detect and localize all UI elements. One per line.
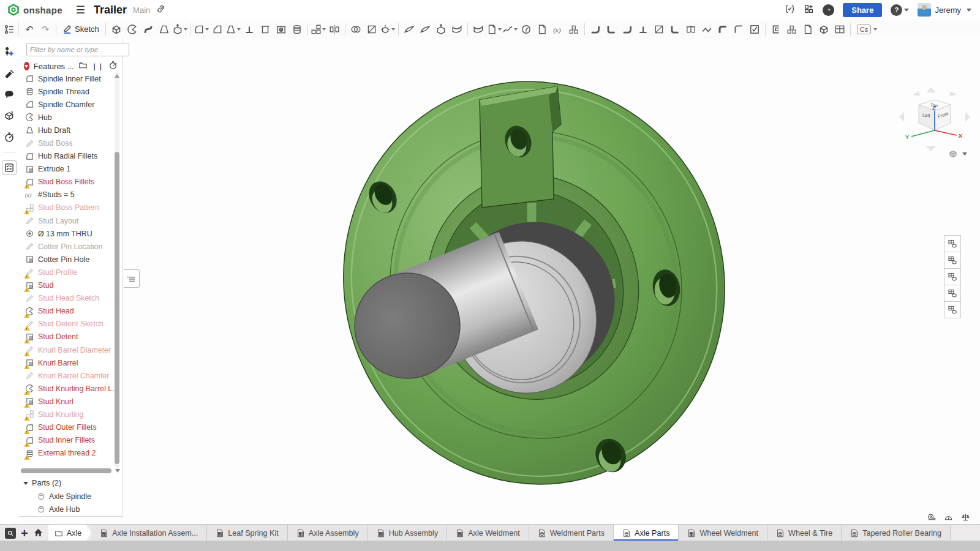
tool-chamfer[interactable]: [209, 22, 225, 37]
variables-panel[interactable]: [944, 301, 961, 318]
display-mode-button[interactable]: [948, 149, 967, 159]
caliper-tab[interactable]: [480, 86, 561, 208]
feature-item[interactable]: Hub: [18, 111, 114, 124]
tool-projected-curve[interactable]: [502, 22, 518, 37]
feature-item[interactable]: Stud Detent: [18, 331, 114, 343]
tool-bend-relief[interactable]: [699, 22, 715, 37]
tool-linear-pattern[interactable]: [311, 22, 326, 37]
feature-item[interactable]: Stud Detent Sketch: [18, 318, 114, 331]
custom-tables-panel[interactable]: [944, 285, 961, 302]
tool-variable[interactable]: [550, 22, 566, 37]
sketch-button[interactable]: Sketch: [62, 24, 99, 34]
feature-item[interactable]: Stud Boss Pattern: [18, 201, 114, 214]
feature-item[interactable]: Knurl Barrel: [18, 356, 114, 369]
document-tab[interactable]: Axle Assembly: [288, 525, 368, 541]
new-folder-icon[interactable]: [78, 61, 88, 72]
learning-center-icon[interactable]: ◔: [823, 4, 834, 16]
feature-item[interactable]: External thread 2: [18, 447, 114, 460]
tool-transform[interactable]: [380, 22, 396, 37]
scroll-down-icon[interactable]: [115, 469, 120, 473]
feature-list-toggle-button[interactable]: [1, 22, 17, 37]
tool-trim-frame[interactable]: [800, 22, 816, 37]
feature-item[interactable]: Stud Boss: [18, 137, 114, 149]
document-tab[interactable]: Hub Assembly: [368, 525, 448, 541]
tool-helix[interactable]: [518, 22, 534, 37]
view-cube[interactable]: Top Left Front Z X Y: [895, 86, 975, 155]
tool-rib[interactable]: [241, 22, 257, 37]
tool-mirror[interactable]: [326, 22, 342, 37]
tool-corner-break[interactable]: [731, 22, 747, 37]
user-menu[interactable]: Jeremy: [918, 3, 971, 17]
share-button[interactable]: Share: [843, 3, 882, 17]
feature-item[interactable]: Spindle Inner Fillet: [18, 72, 114, 85]
feature-item[interactable]: Stud Inner Fillets: [18, 434, 114, 447]
suppress-pause-icon[interactable]: ❘❘: [92, 62, 104, 70]
tool-modify-fillet[interactable]: [401, 22, 417, 37]
tool-tab[interactable]: [635, 22, 651, 37]
home-icon[interactable]: [33, 527, 43, 539]
tool-sweep[interactable]: [140, 22, 156, 37]
feature-item[interactable]: Stud Outer Fillets: [18, 421, 114, 434]
tool-extrude[interactable]: [108, 22, 124, 37]
featurescript-check-icon[interactable]: [785, 4, 795, 16]
vertical-scrollbar-thumb[interactable]: [115, 152, 119, 464]
tool-simplify[interactable]: [566, 22, 582, 37]
new-tab-button[interactable]: +: [21, 528, 28, 539]
custom-feature-button[interactable]: Cs: [857, 24, 871, 34]
tool-sheet-metal-model[interactable]: [587, 22, 603, 37]
folder-breadcrumb-tab[interactable]: Axle: [48, 525, 92, 541]
document-tab[interactable]: Tapered Roller Bearing: [842, 525, 951, 541]
feature-item[interactable]: Ø 13 mm THRU: [18, 227, 114, 240]
display-states-panel[interactable]: [944, 268, 961, 285]
feature-panel-collapse-tab[interactable]: [124, 269, 140, 288]
tool-delete-face[interactable]: [417, 22, 433, 37]
tool-split[interactable]: [364, 22, 380, 37]
configurations-panel[interactable]: [944, 252, 961, 269]
tool-make-bend[interactable]: [667, 22, 683, 37]
hub-3d-model[interactable]: [18, 39, 980, 524]
tape-measure[interactable]: [927, 512, 936, 523]
document-tab[interactable]: Leaf Spring Kit: [207, 525, 288, 541]
rail-versions-plus[interactable]: [2, 45, 16, 58]
tool-hem[interactable]: [619, 22, 635, 37]
document-tab[interactable]: Axle Installation Assem...: [91, 525, 207, 541]
tool-boundary-surface[interactable]: [486, 22, 502, 37]
feature-item[interactable]: Hub Radial Fillets: [18, 150, 114, 163]
document-tab[interactable]: Wheel & Tire: [767, 525, 842, 541]
feature-filter-input[interactable]: [26, 43, 129, 56]
feature-item[interactable]: Stud Head: [18, 305, 114, 318]
tool-boolean[interactable]: [348, 22, 364, 37]
app-store-icon[interactable]: [804, 4, 814, 16]
feature-item[interactable]: Cotter Pin Hole: [18, 253, 114, 266]
document-tab[interactable]: Weldment Parts: [529, 525, 614, 541]
feature-item[interactable]: Stud Head Sketch: [18, 292, 114, 305]
search-tabs-icon[interactable]: [5, 528, 16, 539]
tool-frame[interactable]: [768, 22, 784, 37]
rail-learn[interactable]: [2, 109, 16, 122]
feature-item[interactable]: Extrude 1: [18, 163, 114, 176]
parts-section-header[interactable]: Parts (2): [18, 477, 61, 489]
graphics-viewport[interactable]: Top Left Front Z X Y: [18, 39, 980, 524]
feature-item[interactable]: Knurl Barrel Chamfer: [18, 369, 114, 382]
tool-cut-list[interactable]: [832, 22, 848, 37]
appearance-panel[interactable]: [944, 235, 961, 252]
tool-move-face[interactable]: [433, 22, 449, 37]
tool-loft[interactable]: [156, 22, 172, 37]
feature-item[interactable]: Stud Knurl: [18, 395, 114, 408]
rail-release[interactable]: [2, 66, 16, 80]
tool-rip[interactable]: [651, 22, 667, 37]
tool-draft[interactable]: [225, 22, 241, 37]
share-link-icon[interactable]: [156, 4, 165, 15]
tool-tube-bend[interactable]: [715, 22, 731, 37]
feature-item[interactable]: Cotter Pin Location: [18, 240, 114, 253]
redo-button[interactable]: ↷: [37, 22, 53, 37]
tool-flange[interactable]: [603, 22, 619, 37]
feature-item[interactable]: Stud Knurling Barrel L...: [18, 382, 114, 395]
workspace-name[interactable]: Main: [133, 6, 150, 15]
tool-finish-sheet-metal[interactable]: [747, 22, 763, 37]
tool-thread[interactable]: [289, 22, 305, 37]
onshape-logo-icon[interactable]: [7, 4, 20, 16]
feature-item[interactable]: Knurl Barrel Diameter: [18, 343, 114, 356]
feature-item[interactable]: Stud Profile: [18, 266, 114, 279]
tool-derived[interactable]: [534, 22, 550, 37]
